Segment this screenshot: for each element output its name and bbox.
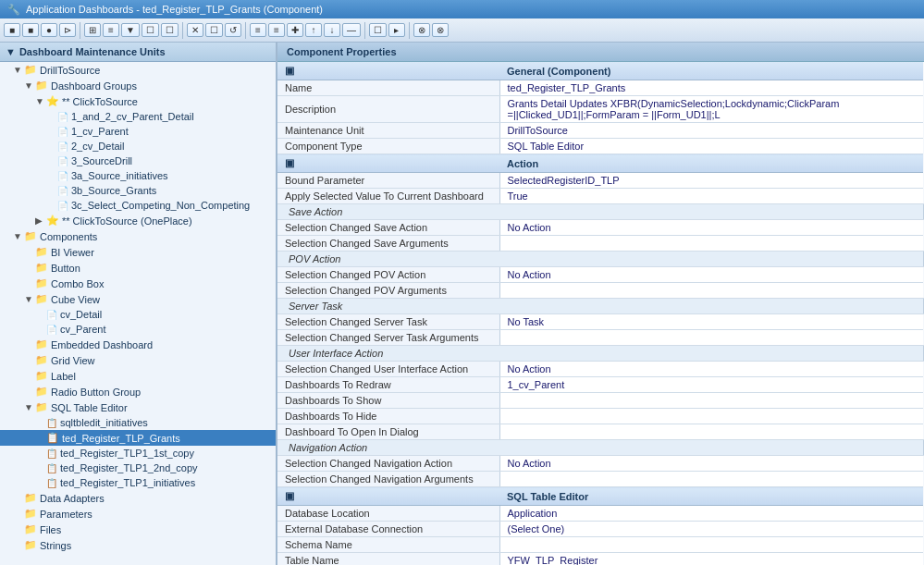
- section-general[interactable]: ▣General (Component): [277, 62, 923, 80]
- prop-value[interactable]: No Action: [499, 362, 923, 377]
- tree-item-2_cv_Detail[interactable]: 📄2_cv_Detail: [0, 139, 276, 154]
- toolbar-btn-6[interactable]: ≡: [103, 23, 119, 37]
- prop-value[interactable]: DrillToSource: [499, 123, 923, 139]
- prop-value[interactable]: True: [499, 189, 923, 204]
- prop-value[interactable]: 1_cv_Parent: [499, 377, 923, 393]
- tree-item-label: ted_Register_TLP1_1st_copy: [60, 448, 194, 459]
- prop-value[interactable]: SelectedRegisterID_TLP: [499, 173, 923, 189]
- tree-item-dashboardGroups[interactable]: ▼📁Dashboard Groups: [0, 78, 276, 93]
- tree-item-strings[interactable]: 📁Strings: [0, 537, 276, 553]
- toolbar-btn-17[interactable]: ↓: [324, 23, 340, 37]
- prop-value[interactable]: ted_Register_TLP_Grants: [499, 80, 923, 96]
- tree-item-ted_Register_TLP1_2nd_copy[interactable]: 📋ted_Register_TLP1_2nd_copy: [0, 461, 276, 475]
- expand-icon[interactable]: ▼: [13, 65, 24, 75]
- toolbar-btn-13[interactable]: ≡: [250, 23, 266, 37]
- tree-item-button[interactable]: 📁Button: [0, 260, 276, 276]
- prop-value[interactable]: (Select One): [499, 522, 923, 537]
- tree-item-label[interactable]: 📁Label: [0, 368, 276, 384]
- toolbar-btn-16[interactable]: ↑: [305, 23, 322, 37]
- tree-item-clickToSource[interactable]: ▼⭐** ClickToSource: [0, 93, 276, 109]
- tree-item-cv_Parent[interactable]: 📄cv_Parent: [0, 322, 276, 337]
- expand-icon[interactable]: ▼: [24, 402, 35, 412]
- toolbar-btn-22[interactable]: ⊗: [432, 23, 449, 37]
- tree-item-embeddedDashboard[interactable]: 📁Embedded Dashboard: [0, 337, 276, 352]
- expand-icon[interactable]: ▼: [13, 231, 24, 241]
- tree-item-sqltbledit_initiatives[interactable]: 📋sqltbledit_initiatives: [0, 415, 276, 430]
- section-action[interactable]: ▣Action: [277, 154, 923, 173]
- toolbar-btn-10[interactable]: ✕: [187, 23, 203, 37]
- expand-icon[interactable]: ▼: [35, 96, 46, 106]
- tree-item-dataAdapters[interactable]: 📁Data Adapters: [0, 490, 276, 506]
- tree-item-cv_Detail[interactable]: 📄cv_Detail: [0, 307, 276, 322]
- prop-value[interactable]: No Action: [499, 220, 923, 236]
- tree-item-ted_Register_TLP1_initiatives[interactable]: 📋ted_Register_TLP1_initiatives: [0, 475, 276, 490]
- prop-value[interactable]: [499, 424, 923, 440]
- prop-value[interactable]: [499, 409, 923, 424]
- prop-value[interactable]: No Action: [499, 456, 923, 472]
- tree-item-cubeView[interactable]: ▼📁Cube View: [0, 291, 276, 307]
- prop-label: Database Location: [277, 506, 499, 522]
- toolbar-btn-9[interactable]: ☐: [161, 23, 179, 37]
- tree-item-sqlTableEditor[interactable]: ▼📁SQL Table Editor: [0, 399, 276, 415]
- expand-icon[interactable]: ▶: [35, 215, 46, 226]
- expand-icon[interactable]: ▼: [24, 80, 35, 91]
- toolbar-btn-7[interactable]: ▼: [121, 23, 140, 37]
- prop-label: Selection Changed Save Action: [277, 220, 499, 236]
- toolbar-btn-15[interactable]: ✚: [287, 23, 303, 37]
- toolbar-btn-14[interactable]: ≡: [268, 23, 285, 37]
- toolbar-btn-5[interactable]: ⊞: [84, 23, 101, 37]
- prop-value[interactable]: [499, 236, 923, 252]
- tree-item-3a_Source_initiatives[interactable]: 📄3a_Source_initiatives: [0, 168, 276, 183]
- tree-item-gridView[interactable]: 📁Grid View: [0, 352, 276, 368]
- prop-value[interactable]: Grants Detail Updates XFBR(DynamicSelect…: [499, 96, 923, 123]
- tree-item-parameters[interactable]: 📁Parameters: [0, 506, 276, 522]
- toolbar-btn-18[interactable]: —: [342, 23, 361, 37]
- prop-row-14: Dashboards To Show: [277, 393, 923, 409]
- prop-value[interactable]: SQL Table Editor: [499, 139, 923, 154]
- tree-item-3_SourceDrill[interactable]: 📄3_SourceDrill: [0, 154, 276, 168]
- tree-item-3c_Select_Competing_Non_Competing[interactable]: 📄3c_Select_Competing_Non_Competing: [0, 198, 276, 213]
- tree-container: ▼📁DrillToSource▼📁Dashboard Groups▼⭐** Cl…: [0, 62, 276, 553]
- prop-value[interactable]: [499, 393, 923, 409]
- toolbar-btn-8[interactable]: ☐: [142, 23, 159, 37]
- tree-item-1_and_2_cv_Parent_Detail[interactable]: 📄1_and_2_cv_Parent_Detail: [0, 109, 276, 124]
- tree-item-label: Strings: [40, 540, 71, 551]
- prop-value[interactable]: [499, 472, 923, 487]
- toolbar-btn-21[interactable]: ⊗: [413, 23, 430, 37]
- prop-value[interactable]: No Task: [499, 314, 923, 330]
- tree-item-radioButtonGroup[interactable]: 📁Radio Button Group: [0, 384, 276, 399]
- prop-row-2: Save Action: [277, 204, 923, 220]
- section-expand-icon[interactable]: ▣: [285, 157, 294, 168]
- toolbar: ■ ■ ● ⊳ ⊞ ≡ ▼ ☐ ☐ ✕ ☐ ↺ ≡ ≡ ✚ ↑ ↓ — ☐ ▸ …: [0, 18, 924, 43]
- toolbar-btn-3[interactable]: ●: [41, 23, 57, 37]
- tree-item-components[interactable]: ▼📁Components: [0, 228, 276, 244]
- tree-section-expand[interactable]: ▼: [6, 46, 16, 57]
- tree-item-1_cv_Parent[interactable]: 📄1_cv_Parent: [0, 124, 276, 139]
- toolbar-btn-2[interactable]: ■: [22, 23, 39, 37]
- expand-icon[interactable]: ▼: [24, 294, 35, 304]
- prop-value[interactable]: No Action: [499, 267, 923, 283]
- toolbar-btn-1[interactable]: ■: [4, 23, 20, 37]
- toolbar-btn-12[interactable]: ↺: [225, 23, 241, 37]
- toolbar-btn-19[interactable]: ☐: [369, 23, 387, 37]
- tree-item-biViewer[interactable]: 📁BI Viewer: [0, 244, 276, 260]
- tree-item-clickToSource2[interactable]: ▶⭐** ClickToSource (OnePlace): [0, 213, 276, 228]
- tree-item-files[interactable]: 📁Files: [0, 522, 276, 537]
- section-sqlTableEditor[interactable]: ▣SQL Table Editor: [277, 487, 923, 506]
- prop-value[interactable]: [499, 330, 923, 346]
- tree-item-ted_Register_TLP_Grants[interactable]: 📋ted_Register_TLP_Grants: [0, 430, 276, 446]
- prop-value[interactable]: Application: [499, 506, 923, 522]
- tree-item-drillToSource[interactable]: ▼📁DrillToSource: [0, 62, 276, 78]
- tree-item-label: ted_Register_TLP_Grants: [62, 433, 180, 444]
- prop-value[interactable]: [499, 283, 923, 299]
- tree-item-comboBox[interactable]: 📁Combo Box: [0, 276, 276, 291]
- section-expand-icon[interactable]: ▣: [285, 65, 294, 76]
- toolbar-btn-11[interactable]: ☐: [205, 23, 223, 37]
- prop-value[interactable]: YFW_TLP_Register: [499, 553, 923, 566]
- tree-item-ted_Register_TLP1_1st_copy[interactable]: 📋ted_Register_TLP1_1st_copy: [0, 446, 276, 461]
- tree-item-3b_Source_Grants[interactable]: 📄3b_Source_Grants: [0, 183, 276, 198]
- section-expand-icon[interactable]: ▣: [285, 490, 294, 501]
- toolbar-btn-4[interactable]: ⊳: [59, 23, 76, 37]
- toolbar-btn-20[interactable]: ▸: [388, 23, 405, 37]
- prop-value[interactable]: [499, 537, 923, 553]
